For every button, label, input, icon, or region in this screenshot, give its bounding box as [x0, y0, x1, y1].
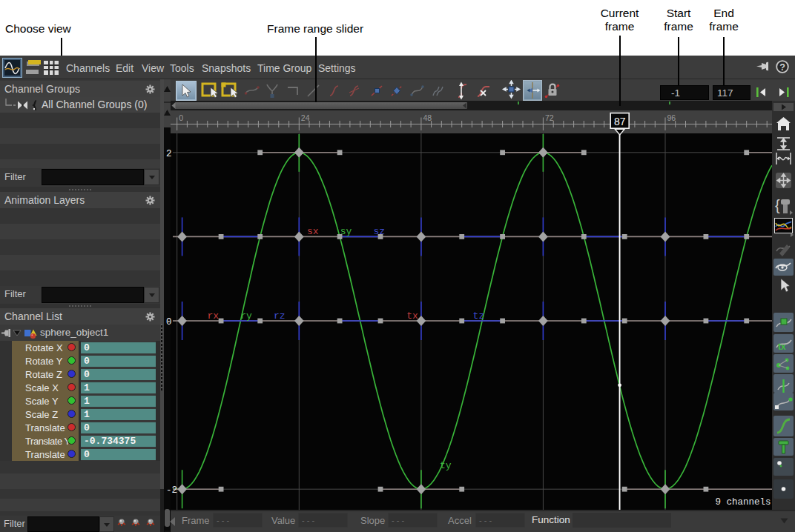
svg-text:24: 24 — [301, 113, 310, 122]
svg-text:sz: sz — [374, 226, 386, 237]
svg-text:ry: ry — [240, 310, 252, 322]
svg-text:0: 0 — [179, 113, 183, 122]
svg-text:48: 48 — [423, 113, 432, 122]
svg-text:72: 72 — [545, 113, 554, 122]
svg-text:96: 96 — [667, 113, 676, 122]
svg-text:tx: tx — [778, 342, 786, 352]
svg-text:87: 87 — [614, 116, 626, 127]
svg-text:{: { — [775, 197, 780, 213]
svg-text:tz: tz — [473, 310, 485, 322]
svg-text:sy: sy — [340, 226, 352, 237]
svg-text:?: ? — [779, 62, 785, 73]
svg-text:tx: tx — [406, 310, 418, 322]
svg-text:9 channels: 9 channels — [716, 497, 771, 508]
svg-text:sx: sx — [307, 226, 319, 237]
svg-text:ty: ty — [440, 460, 452, 471]
svg-text:rx: rx — [207, 310, 219, 322]
svg-text:rz: rz — [274, 310, 286, 322]
